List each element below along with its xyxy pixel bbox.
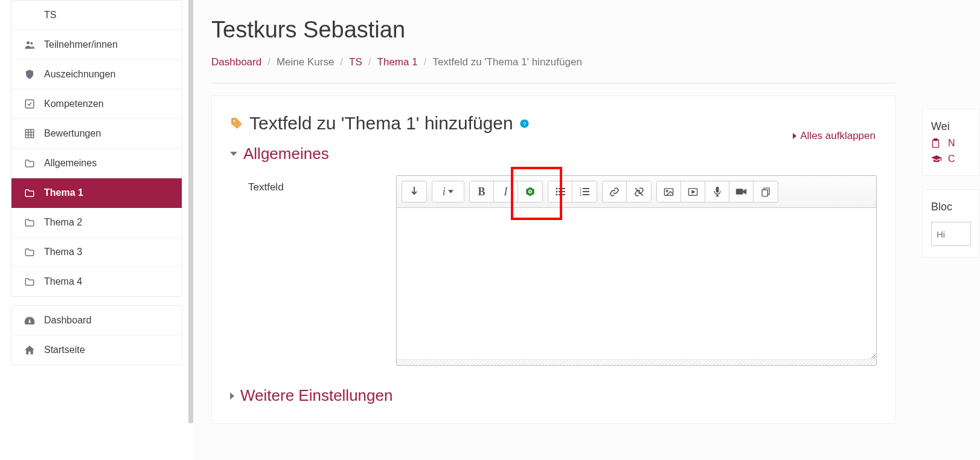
main-content: Testkurs Sebastian Dashboard / Meine Kur… [193,0,914,460]
toolbar-files-button[interactable] [754,181,778,202]
folder-icon [24,246,36,258]
toolbar-paragraph-style-button[interactable]: i [432,181,464,202]
editor-toolbar: i B I [397,176,876,208]
breadcrumb-my-courses: Meine Kurse [277,56,334,68]
fieldset-label: Allgemeines [243,144,329,163]
svg-rect-22 [583,191,589,192]
svg-rect-24 [583,194,589,195]
right-block-title: Wei [931,120,971,133]
fieldset-general[interactable]: Allgemeines [230,144,877,163]
shield-icon [24,68,36,80]
folder-icon [24,187,36,199]
toolbar-video-button[interactable] [729,181,754,202]
toolbar-microphone-button[interactable] [705,181,729,202]
svg-text:3: 3 [580,193,581,196]
toolbar-panopto-button[interactable] [518,181,542,202]
sidebar-item-label: Thema 4 [44,276,170,287]
sidebar-item-dashboard[interactable]: Dashboard [11,306,182,335]
site-nav-block: Dashboard Startseite [11,305,182,365]
sidebar-item-label: Bewertungen [44,128,170,139]
folder-icon [24,276,36,288]
svg-point-15 [556,191,557,193]
sidebar: TS Teilnehmer/innen Auszeichnungen [0,0,193,460]
toolbar-numbered-list-button[interactable]: 123 [572,181,597,202]
right-block-add: Bloc [922,189,980,258]
sidebar-item-thema-3[interactable]: Thema 3 [11,238,182,267]
svg-point-12 [530,191,531,193]
expand-all-label: Alles aufklappen [800,130,876,142]
sidebar-item-label: Kompetenzen [44,99,170,109]
home-icon [24,344,36,356]
sidebar-item-badges[interactable]: Auszeichnungen [11,60,182,89]
check-square-icon [24,98,36,110]
page-title: Testkurs Sebastian [211,17,895,43]
sidebar-item-label: Startseite [44,345,170,355]
sidebar-item-label: Teilnehmer/innen [44,39,170,50]
breadcrumb-ts[interactable]: TS [349,56,362,68]
toolbar-bold-button[interactable]: B [470,181,494,202]
help-icon[interactable]: ? [519,118,530,129]
right-column: Wei N C Bloc [914,0,980,460]
field-row-textfeld: Textfeld i [230,175,877,366]
breadcrumb-separator: / [368,56,371,68]
caret-right-icon [793,133,796,139]
toolbar-media-button[interactable] [681,181,705,202]
sidebar-item-ts[interactable]: TS [11,1,182,30]
section-heading: Textfeld zu 'Thema 1' hinzufügen ? [230,113,877,134]
breadcrumb: Dashboard / Meine Kurse / TS / Thema 1 /… [211,56,895,83]
toolbar-bullet-list-button[interactable] [548,181,572,202]
caret-right-icon [230,392,234,400]
svg-point-13 [556,188,557,190]
sidebar-item-label: Thema 1 [44,187,170,198]
grid-icon [24,128,36,140]
sidebar-item-label: Allgemeines [44,158,170,169]
sidebar-item-label: Dashboard [44,315,170,326]
gauge-icon [24,314,36,326]
right-block-links: Wei N C [922,109,980,176]
sidebar-item-label: Thema 2 [44,217,170,228]
sidebar-item-grades[interactable]: Bewertungen [11,119,182,149]
right-link-grad[interactable]: C [931,154,971,164]
folder-icon [24,157,36,169]
right-link-label: N [948,138,955,149]
clipboard-icon [931,138,942,149]
sidebar-item-thema-4[interactable]: Thema 4 [11,267,182,296]
italic-icon: I [504,186,508,198]
toolbar-image-button[interactable] [657,181,681,202]
right-link-notes[interactable]: N [931,138,971,149]
svg-rect-30 [736,189,743,195]
svg-text:?: ? [522,120,526,127]
breadcrumb-thema-1[interactable]: Thema 1 [377,56,418,68]
right-link-label: C [948,154,955,164]
sidebar-item-thema-2[interactable]: Thema 2 [11,208,182,238]
sidebar-item-competencies[interactable]: Kompetenzen [11,89,182,119]
right-block-input[interactable] [931,222,971,246]
expand-all-link[interactable]: Alles aufklappen [793,130,876,142]
sidebar-item-home[interactable]: Startseite [11,335,182,364]
italic-i-icon: i [443,186,446,198]
fieldset-more-settings[interactable]: Weitere Einstellungen [230,386,877,405]
folder-icon [24,216,36,228]
svg-rect-26 [664,188,673,195]
svg-point-0 [27,41,30,44]
svg-point-1 [30,42,33,45]
editor-textarea[interactable] [397,208,876,359]
graduation-cap-icon [931,155,942,163]
text-icon [24,9,36,21]
toolbar-link-button[interactable] [603,181,627,202]
breadcrumb-dashboard[interactable]: Dashboard [211,56,261,68]
sidebar-item-thema-1[interactable]: Thema 1 [11,178,182,208]
bold-icon: B [478,186,485,198]
toolbar-italic-button[interactable]: I [494,181,518,202]
breadcrumb-separator: / [340,56,343,68]
section-heading-text: Textfeld zu 'Thema 1' hinzufügen [249,113,513,134]
sidebar-item-participants[interactable]: Teilnehmer/innen [11,30,182,60]
toolbar-unlink-button[interactable] [627,181,651,202]
svg-rect-34 [934,138,938,140]
editor-resize-handle[interactable] [397,359,876,365]
rich-text-editor: i B I [396,175,877,366]
toolbar-expand-button[interactable] [402,181,426,202]
breadcrumb-separator: / [267,56,271,68]
sidebar-item-general[interactable]: Allgemeines [11,149,182,178]
svg-rect-3 [25,129,34,138]
